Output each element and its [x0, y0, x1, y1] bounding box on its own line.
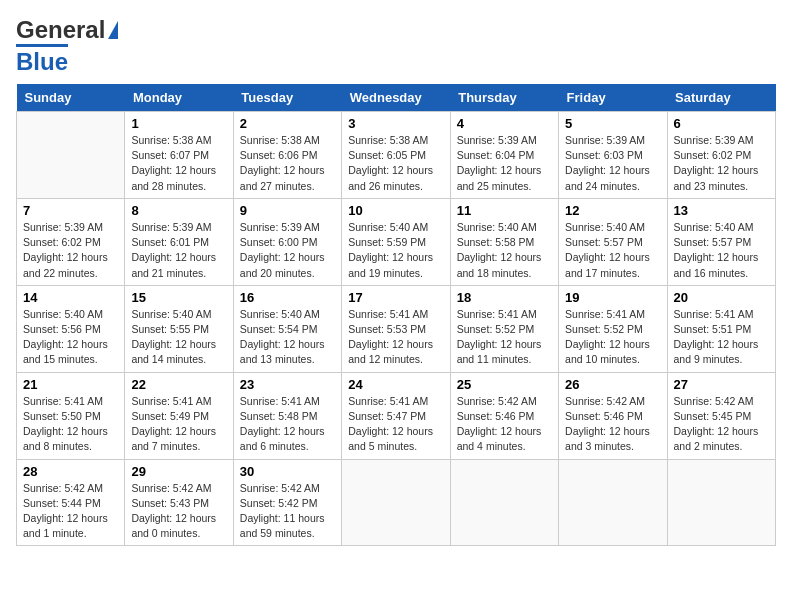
- day-header-tuesday: Tuesday: [233, 84, 341, 112]
- calendar-cell: 21Sunrise: 5:41 AMSunset: 5:50 PMDayligh…: [17, 372, 125, 459]
- day-header-monday: Monday: [125, 84, 233, 112]
- day-info: Sunrise: 5:40 AMSunset: 5:55 PMDaylight:…: [131, 307, 226, 368]
- calendar-cell: 14Sunrise: 5:40 AMSunset: 5:56 PMDayligh…: [17, 285, 125, 372]
- day-number: 29: [131, 464, 226, 479]
- day-info: Sunrise: 5:40 AMSunset: 5:57 PMDaylight:…: [565, 220, 660, 281]
- day-number: 12: [565, 203, 660, 218]
- day-number: 1: [131, 116, 226, 131]
- logo-blue: Blue: [16, 44, 68, 76]
- day-number: 14: [23, 290, 118, 305]
- calendar-cell: [559, 459, 667, 546]
- calendar-cell: 16Sunrise: 5:40 AMSunset: 5:54 PMDayligh…: [233, 285, 341, 372]
- calendar-week-1: 1Sunrise: 5:38 AMSunset: 6:07 PMDaylight…: [17, 112, 776, 199]
- calendar-cell: 1Sunrise: 5:38 AMSunset: 6:07 PMDaylight…: [125, 112, 233, 199]
- day-info: Sunrise: 5:41 AMSunset: 5:49 PMDaylight:…: [131, 394, 226, 455]
- day-info: Sunrise: 5:39 AMSunset: 6:01 PMDaylight:…: [131, 220, 226, 281]
- day-number: 3: [348, 116, 443, 131]
- day-info: Sunrise: 5:38 AMSunset: 6:05 PMDaylight:…: [348, 133, 443, 194]
- day-info: Sunrise: 5:39 AMSunset: 6:02 PMDaylight:…: [23, 220, 118, 281]
- calendar-cell: [450, 459, 558, 546]
- calendar-cell: 26Sunrise: 5:42 AMSunset: 5:46 PMDayligh…: [559, 372, 667, 459]
- calendar-cell: 6Sunrise: 5:39 AMSunset: 6:02 PMDaylight…: [667, 112, 775, 199]
- day-number: 5: [565, 116, 660, 131]
- day-info: Sunrise: 5:40 AMSunset: 5:54 PMDaylight:…: [240, 307, 335, 368]
- calendar-cell: 19Sunrise: 5:41 AMSunset: 5:52 PMDayligh…: [559, 285, 667, 372]
- calendar-cell: 25Sunrise: 5:42 AMSunset: 5:46 PMDayligh…: [450, 372, 558, 459]
- day-info: Sunrise: 5:39 AMSunset: 6:02 PMDaylight:…: [674, 133, 769, 194]
- calendar-table: SundayMondayTuesdayWednesdayThursdayFrid…: [16, 84, 776, 546]
- day-info: Sunrise: 5:41 AMSunset: 5:53 PMDaylight:…: [348, 307, 443, 368]
- calendar-week-3: 14Sunrise: 5:40 AMSunset: 5:56 PMDayligh…: [17, 285, 776, 372]
- calendar-cell: 9Sunrise: 5:39 AMSunset: 6:00 PMDaylight…: [233, 198, 341, 285]
- day-info: Sunrise: 5:38 AMSunset: 6:06 PMDaylight:…: [240, 133, 335, 194]
- logo: General Blue: [16, 16, 118, 76]
- day-info: Sunrise: 5:40 AMSunset: 5:56 PMDaylight:…: [23, 307, 118, 368]
- calendar-cell: [17, 112, 125, 199]
- calendar-cell: [667, 459, 775, 546]
- day-number: 17: [348, 290, 443, 305]
- calendar-cell: 17Sunrise: 5:41 AMSunset: 5:53 PMDayligh…: [342, 285, 450, 372]
- day-number: 9: [240, 203, 335, 218]
- day-number: 4: [457, 116, 552, 131]
- day-number: 2: [240, 116, 335, 131]
- calendar-cell: [342, 459, 450, 546]
- day-number: 8: [131, 203, 226, 218]
- calendar-cell: 7Sunrise: 5:39 AMSunset: 6:02 PMDaylight…: [17, 198, 125, 285]
- day-info: Sunrise: 5:42 AMSunset: 5:44 PMDaylight:…: [23, 481, 118, 542]
- day-number: 11: [457, 203, 552, 218]
- day-info: Sunrise: 5:40 AMSunset: 5:58 PMDaylight:…: [457, 220, 552, 281]
- calendar-cell: 29Sunrise: 5:42 AMSunset: 5:43 PMDayligh…: [125, 459, 233, 546]
- calendar-cell: 28Sunrise: 5:42 AMSunset: 5:44 PMDayligh…: [17, 459, 125, 546]
- day-info: Sunrise: 5:39 AMSunset: 6:00 PMDaylight:…: [240, 220, 335, 281]
- day-number: 27: [674, 377, 769, 392]
- calendar-week-2: 7Sunrise: 5:39 AMSunset: 6:02 PMDaylight…: [17, 198, 776, 285]
- day-header-thursday: Thursday: [450, 84, 558, 112]
- calendar-cell: 2Sunrise: 5:38 AMSunset: 6:06 PMDaylight…: [233, 112, 341, 199]
- calendar-cell: 15Sunrise: 5:40 AMSunset: 5:55 PMDayligh…: [125, 285, 233, 372]
- calendar-cell: 3Sunrise: 5:38 AMSunset: 6:05 PMDaylight…: [342, 112, 450, 199]
- day-number: 16: [240, 290, 335, 305]
- calendar-cell: 24Sunrise: 5:41 AMSunset: 5:47 PMDayligh…: [342, 372, 450, 459]
- calendar-cell: 22Sunrise: 5:41 AMSunset: 5:49 PMDayligh…: [125, 372, 233, 459]
- day-number: 10: [348, 203, 443, 218]
- calendar-cell: 23Sunrise: 5:41 AMSunset: 5:48 PMDayligh…: [233, 372, 341, 459]
- day-info: Sunrise: 5:39 AMSunset: 6:04 PMDaylight:…: [457, 133, 552, 194]
- calendar-cell: 10Sunrise: 5:40 AMSunset: 5:59 PMDayligh…: [342, 198, 450, 285]
- day-number: 30: [240, 464, 335, 479]
- day-number: 22: [131, 377, 226, 392]
- day-number: 18: [457, 290, 552, 305]
- calendar-week-4: 21Sunrise: 5:41 AMSunset: 5:50 PMDayligh…: [17, 372, 776, 459]
- header: General Blue: [16, 16, 776, 76]
- day-info: Sunrise: 5:42 AMSunset: 5:43 PMDaylight:…: [131, 481, 226, 542]
- day-info: Sunrise: 5:40 AMSunset: 5:57 PMDaylight:…: [674, 220, 769, 281]
- day-number: 21: [23, 377, 118, 392]
- calendar-cell: 20Sunrise: 5:41 AMSunset: 5:51 PMDayligh…: [667, 285, 775, 372]
- day-info: Sunrise: 5:41 AMSunset: 5:51 PMDaylight:…: [674, 307, 769, 368]
- day-number: 19: [565, 290, 660, 305]
- day-info: Sunrise: 5:41 AMSunset: 5:47 PMDaylight:…: [348, 394, 443, 455]
- day-header-wednesday: Wednesday: [342, 84, 450, 112]
- logo-general: General: [16, 16, 105, 44]
- day-info: Sunrise: 5:42 AMSunset: 5:46 PMDaylight:…: [457, 394, 552, 455]
- day-number: 26: [565, 377, 660, 392]
- day-info: Sunrise: 5:39 AMSunset: 6:03 PMDaylight:…: [565, 133, 660, 194]
- day-number: 7: [23, 203, 118, 218]
- day-header-friday: Friday: [559, 84, 667, 112]
- calendar-cell: 8Sunrise: 5:39 AMSunset: 6:01 PMDaylight…: [125, 198, 233, 285]
- logo-triangle-icon: [108, 21, 118, 39]
- day-info: Sunrise: 5:41 AMSunset: 5:52 PMDaylight:…: [457, 307, 552, 368]
- day-number: 6: [674, 116, 769, 131]
- day-info: Sunrise: 5:42 AMSunset: 5:46 PMDaylight:…: [565, 394, 660, 455]
- day-number: 25: [457, 377, 552, 392]
- day-header-sunday: Sunday: [17, 84, 125, 112]
- calendar-cell: 5Sunrise: 5:39 AMSunset: 6:03 PMDaylight…: [559, 112, 667, 199]
- day-info: Sunrise: 5:41 AMSunset: 5:52 PMDaylight:…: [565, 307, 660, 368]
- calendar-cell: 4Sunrise: 5:39 AMSunset: 6:04 PMDaylight…: [450, 112, 558, 199]
- day-info: Sunrise: 5:42 AMSunset: 5:42 PMDaylight:…: [240, 481, 335, 542]
- day-header-saturday: Saturday: [667, 84, 775, 112]
- day-info: Sunrise: 5:42 AMSunset: 5:45 PMDaylight:…: [674, 394, 769, 455]
- calendar-cell: 27Sunrise: 5:42 AMSunset: 5:45 PMDayligh…: [667, 372, 775, 459]
- day-number: 13: [674, 203, 769, 218]
- day-info: Sunrise: 5:41 AMSunset: 5:48 PMDaylight:…: [240, 394, 335, 455]
- calendar-cell: 13Sunrise: 5:40 AMSunset: 5:57 PMDayligh…: [667, 198, 775, 285]
